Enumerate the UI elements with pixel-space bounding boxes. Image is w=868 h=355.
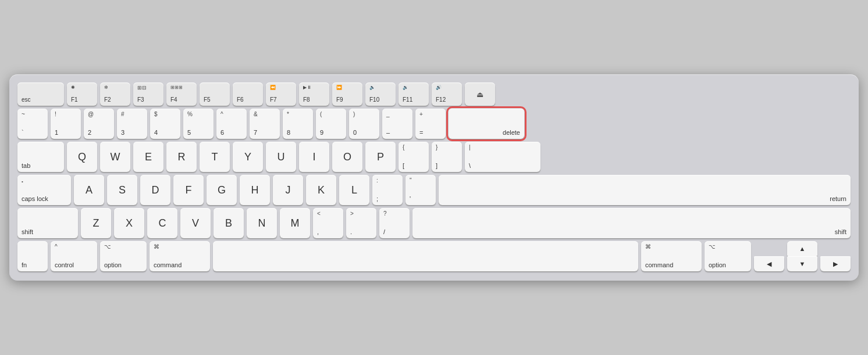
key-9[interactable]: ( 9: [316, 109, 346, 139]
key-s[interactable]: S: [107, 175, 137, 205]
key-a-label: A: [86, 184, 93, 196]
key-u[interactable]: U: [266, 142, 296, 172]
key-option-left[interactable]: ⌥ option: [100, 241, 147, 271]
key-slash[interactable]: ? /: [379, 208, 410, 238]
key-arrow-up[interactable]: ▲: [787, 241, 817, 256]
key-f8[interactable]: ▶⏸ F8: [299, 83, 329, 106]
key-c[interactable]: C: [147, 208, 177, 238]
key-semicolon[interactable]: : ;: [372, 175, 403, 205]
key-d[interactable]: D: [140, 175, 170, 205]
key-delete[interactable]: delete: [449, 109, 524, 139]
key-eject[interactable]: ⏏: [465, 83, 495, 106]
key-control-icon: ^: [55, 244, 58, 250]
key-f11[interactable]: 🔉 F11: [399, 83, 429, 106]
key-quote[interactable]: " ': [405, 175, 436, 205]
key-3[interactable]: # 3: [117, 109, 147, 139]
key-lbracket[interactable]: { [: [399, 142, 429, 172]
key-backtick[interactable]: ~ `: [17, 109, 48, 139]
key-equals-top: +: [419, 112, 423, 117]
key-capslock-label: caps lock: [22, 196, 48, 202]
key-f2[interactable]: ✼ F2: [100, 83, 130, 106]
key-command-right[interactable]: ⌘ command: [641, 241, 702, 271]
key-return-main[interactable]: return: [439, 175, 851, 205]
key-l[interactable]: L: [339, 175, 369, 205]
key-arrow-left[interactable]: ◀: [754, 256, 784, 271]
key-2[interactable]: @ 2: [84, 109, 114, 139]
key-n[interactable]: N: [247, 208, 277, 238]
key-arrow-right[interactable]: ▶: [820, 256, 851, 271]
key-b[interactable]: B: [214, 208, 244, 238]
key-comma[interactable]: < ,: [313, 208, 343, 238]
key-y[interactable]: Y: [233, 142, 263, 172]
key-f8-label: F8: [303, 97, 310, 103]
key-h[interactable]: H: [240, 175, 270, 205]
key-0[interactable]: ) 0: [349, 109, 379, 139]
key-f4-label: F4: [170, 97, 177, 103]
key-space[interactable]: [213, 241, 638, 271]
key-1-bottom: 1: [55, 130, 58, 136]
key-4-top: $: [154, 112, 158, 117]
key-6[interactable]: ^ 6: [216, 109, 247, 139]
key-f6[interactable]: F6: [233, 83, 263, 106]
key-i[interactable]: I: [299, 142, 329, 172]
key-rbracket[interactable]: } ]: [432, 142, 462, 172]
key-control[interactable]: ^ control: [51, 241, 97, 271]
key-5-top: %: [187, 112, 193, 117]
key-g[interactable]: G: [207, 175, 237, 205]
key-a[interactable]: A: [74, 175, 104, 205]
key-command-left[interactable]: ⌘ command: [150, 241, 210, 271]
key-f7[interactable]: ⏪ F7: [266, 83, 296, 106]
key-semicolon-bottom: ;: [376, 196, 378, 202]
key-esc[interactable]: esc: [17, 83, 64, 106]
key-u-label: U: [278, 151, 285, 163]
key-e[interactable]: E: [133, 142, 163, 172]
key-lbracket-top: {: [403, 145, 404, 150]
key-return[interactable]: | \: [465, 142, 540, 172]
key-1[interactable]: ! 1: [51, 109, 81, 139]
key-4[interactable]: $ 4: [150, 109, 180, 139]
key-equals[interactable]: + =: [415, 109, 446, 139]
key-k[interactable]: K: [306, 175, 336, 205]
key-period[interactable]: > .: [346, 208, 376, 238]
key-tab[interactable]: tab: [17, 142, 64, 172]
key-rbracket-bottom: ]: [436, 163, 437, 169]
key-j[interactable]: J: [273, 175, 303, 205]
key-f5[interactable]: F5: [200, 83, 230, 106]
key-g-label: G: [218, 184, 226, 196]
key-8[interactable]: * 8: [283, 109, 313, 139]
key-q[interactable]: Q: [67, 142, 97, 172]
key-fn[interactable]: fn: [17, 241, 48, 271]
key-5[interactable]: % 5: [183, 109, 214, 139]
key-6-bottom: 6: [220, 130, 224, 136]
key-t[interactable]: T: [200, 142, 230, 172]
key-f[interactable]: F: [173, 175, 204, 205]
key-6-top: ^: [220, 112, 223, 117]
key-f1[interactable]: ✺ F1: [67, 83, 97, 106]
key-f4[interactable]: ⊞⊞⊞ F4: [166, 83, 197, 106]
key-option-right[interactable]: ⌥ option: [705, 241, 751, 271]
key-v[interactable]: V: [180, 208, 211, 238]
key-m[interactable]: M: [280, 208, 310, 238]
key-option-right-label: option: [709, 262, 726, 268]
key-x[interactable]: X: [114, 208, 144, 238]
key-7[interactable]: & 7: [250, 109, 280, 139]
key-f3[interactable]: ⊞⊟ F3: [133, 83, 163, 106]
key-e-label: E: [145, 151, 152, 163]
key-shift-right[interactable]: shift: [412, 208, 851, 238]
key-arrow-down[interactable]: ▼: [787, 256, 817, 271]
zxcv-row: shift Z X C V B N M < , > .: [17, 208, 851, 238]
key-o[interactable]: O: [332, 142, 362, 172]
key-f9[interactable]: ⏩ F9: [332, 83, 362, 106]
key-f12[interactable]: 🔊 F12: [432, 83, 462, 106]
key-w[interactable]: W: [100, 142, 130, 172]
key-shift-left[interactable]: shift: [17, 208, 78, 238]
key-z[interactable]: Z: [81, 208, 111, 238]
key-f10[interactable]: 🔈 F10: [365, 83, 396, 106]
key-r[interactable]: R: [166, 142, 197, 172]
key-capslock[interactable]: • caps lock: [17, 175, 71, 205]
key-p[interactable]: P: [365, 142, 396, 172]
key-delete-label: delete: [503, 130, 520, 136]
key-8-bottom: 8: [287, 130, 290, 136]
key-minus[interactable]: _ –: [382, 109, 412, 139]
key-k-label: K: [318, 184, 325, 196]
